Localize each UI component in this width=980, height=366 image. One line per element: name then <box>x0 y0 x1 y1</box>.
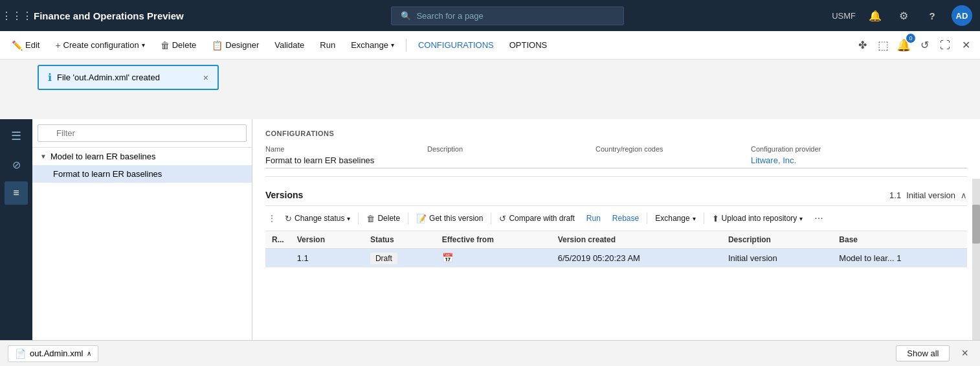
provider-value[interactable]: Litware, Inc. <box>751 155 967 168</box>
designer-icon: 📋 <box>212 40 223 51</box>
info-icon: ℹ <box>48 71 52 84</box>
compare-icon: ↺ <box>499 214 506 223</box>
name-label: Name <box>265 145 427 153</box>
exchange-version-button[interactable]: Exchange ▾ <box>650 211 700 225</box>
country-label: Country/region codes <box>596 145 751 153</box>
notification-close[interactable]: × <box>203 73 208 83</box>
vtb-sep-3 <box>491 212 491 224</box>
show-all-button[interactable]: Show all <box>896 345 950 361</box>
current-version-number: 1.1 <box>889 190 901 200</box>
collapse-button[interactable]: ∧ <box>961 190 967 200</box>
run-version-button[interactable]: Run <box>581 211 606 225</box>
col-description: Description <box>722 231 832 249</box>
status-badge: Draft <box>370 253 397 264</box>
country-value <box>596 155 751 168</box>
designer-button[interactable]: 📋 Designer <box>205 36 265 54</box>
help-icon[interactable]: ? <box>923 6 941 25</box>
vtb-sep-2 <box>408 212 408 224</box>
current-version-label: Initial version <box>906 190 955 200</box>
tree-item-label: Model to learn ER baselines <box>50 152 156 161</box>
description-value <box>427 155 596 168</box>
drag-handle[interactable]: ⋮ <box>265 214 278 223</box>
name-field: Name Format to learn ER baselines <box>265 145 427 168</box>
country-field: Country/region codes <box>596 145 751 168</box>
bottom-close-button[interactable]: × <box>957 345 972 361</box>
col-version-created: Version created <box>551 231 722 249</box>
bell-icon[interactable]: 🔔 <box>866 6 884 25</box>
vtb-sep-4 <box>647 212 647 224</box>
search-placeholder: Search for a page <box>416 11 483 21</box>
cmd-icon-badge[interactable]: 🔔 0 <box>895 36 913 54</box>
cmd-icon-1[interactable]: ✤ <box>853 36 871 54</box>
calendar-icon[interactable]: 📅 <box>442 253 454 263</box>
exchange-version-dropdown: ▾ <box>693 215 696 222</box>
compare-draft-button[interactable]: ↺ Compare with draft <box>494 211 579 226</box>
validate-button[interactable]: Validate <box>268 36 311 54</box>
refresh-icon-small: ↻ <box>285 214 292 223</box>
provider-field: Configuration provider Litware, Inc. <box>751 145 967 168</box>
grid-icon[interactable]: ⋮⋮⋮ <box>8 6 26 25</box>
change-status-dropdown: ▾ <box>347 215 350 222</box>
version-badge: 1.1 Initial version ∧ <box>889 190 967 200</box>
file-chip[interactable]: 📄 out.Admin.xml ∧ <box>8 345 98 362</box>
configurations-tab[interactable]: CONFIGURATIONS <box>412 36 500 54</box>
delete-button[interactable]: 🗑 Delete <box>154 36 203 54</box>
filter-input[interactable] <box>38 124 247 142</box>
expand-icon[interactable]: ⛶ <box>936 36 954 54</box>
versions-header: Versions 1.1 Initial version ∧ <box>265 190 967 200</box>
table-row[interactable]: 1.1 Draft 📅 6/5/2019 05:20:23 AM Initial… <box>265 249 967 268</box>
provider-label: Configuration provider <box>751 145 967 153</box>
exchange-dropdown-icon: ▾ <box>391 41 394 49</box>
filter-sidebar-icon[interactable]: ⊘ <box>5 153 28 176</box>
command-bar: ✏️ Edit + Create configuration ▾ 🗑 Delet… <box>0 31 980 60</box>
cell-version: 1.1 <box>291 249 364 268</box>
versions-title: Versions <box>265 190 303 200</box>
list-sidebar-icon[interactable]: ≡ <box>5 181 28 205</box>
tree-item-model[interactable]: ▼ Model to learn ER baselines <box>32 148 252 165</box>
cmd-icon-2[interactable]: ⬚ <box>874 36 892 54</box>
upload-button[interactable]: ⬆ Upload into repository ▾ <box>707 211 808 226</box>
run-button[interactable]: Run <box>313 36 342 54</box>
section-label: CONFIGURATIONS <box>265 130 967 137</box>
search-icon: 🔍 <box>401 11 411 21</box>
user-avatar[interactable]: AD <box>952 5 972 26</box>
close-window-icon[interactable]: ✕ <box>957 36 975 54</box>
separator-1 <box>406 39 406 52</box>
nav-panel: 🔍 ▼ Model to learn ER baselines Format t… <box>32 119 252 366</box>
options-tab[interactable]: OPTIONS <box>503 36 554 54</box>
tree-item-label-format: Format to learn ER baselines <box>53 169 162 179</box>
tree-arrow: ▼ <box>40 153 47 160</box>
tree-item-format[interactable]: Format to learn ER baselines <box>32 165 252 183</box>
upload-icon: ⬆ <box>712 214 719 223</box>
hamburger-icon[interactable]: ☰ <box>5 124 28 148</box>
col-status: Status <box>364 231 436 249</box>
more-button[interactable]: ··· <box>809 210 828 227</box>
col-version: Version <box>291 231 364 249</box>
global-search[interactable]: 🔍 Search for a page <box>391 6 624 25</box>
refresh-icon[interactable]: ↺ <box>915 36 933 54</box>
vtb-sep-1 <box>358 212 359 224</box>
create-config-button[interactable]: + Create configuration ▾ <box>49 36 151 54</box>
top-navigation: ⋮⋮⋮ Finance and Operations Preview 🔍 Sea… <box>0 0 980 31</box>
file-icon: 📄 <box>15 349 26 359</box>
cell-effective-from: 📅 <box>436 249 551 268</box>
get-version-button[interactable]: 📝 Get this version <box>411 211 488 226</box>
description-field: Description <box>427 145 596 168</box>
edit-icon: ✏️ <box>12 40 23 51</box>
notification-banner: ℹ File 'out.Admin.xml' created × <box>38 65 219 90</box>
col-indicator: R... <box>265 231 291 249</box>
edit-button[interactable]: ✏️ Edit <box>5 36 46 54</box>
versions-delete-button[interactable]: 🗑 Delete <box>361 211 405 226</box>
scrollbar[interactable] <box>972 179 980 366</box>
settings-icon[interactable]: ⚙ <box>895 6 913 25</box>
col-effective-from: Effective from <box>436 231 551 249</box>
rebase-button[interactable]: Rebase <box>607 211 644 225</box>
change-status-button[interactable]: ↻ Change status ▾ <box>280 211 355 226</box>
cell-description[interactable]: Initial version <box>722 249 832 268</box>
bottom-bar: 📄 out.Admin.xml ∧ Show all × <box>0 340 980 366</box>
config-details: Name Format to learn ER baselines Descri… <box>265 145 967 177</box>
exchange-button[interactable]: Exchange ▾ <box>344 36 401 54</box>
cell-base[interactable]: Model to lear... 1 <box>832 249 967 268</box>
filter-section: 🔍 <box>32 119 252 148</box>
scroll-thumb[interactable] <box>972 205 980 244</box>
